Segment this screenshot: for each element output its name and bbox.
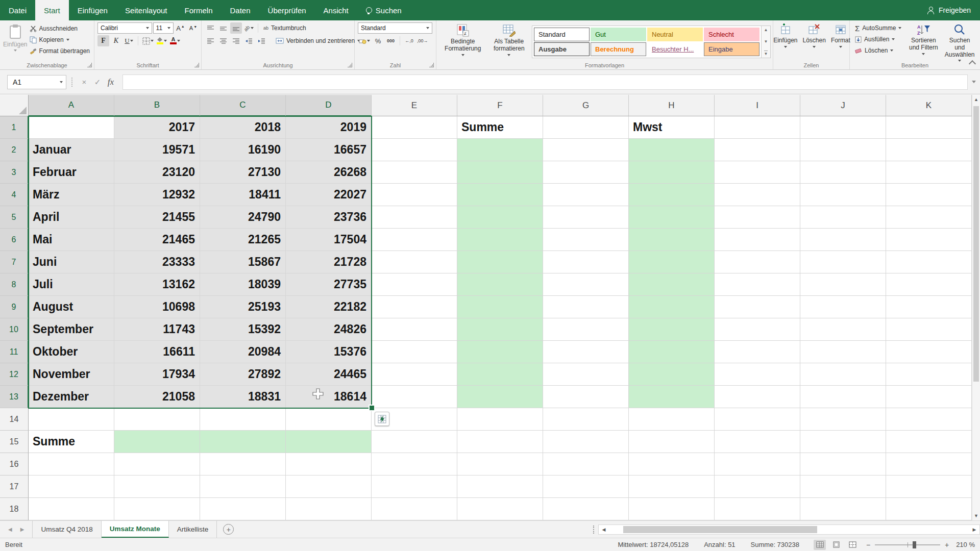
row-header-9[interactable]: 9 bbox=[0, 296, 29, 318]
grow-font-button[interactable]: A▲ bbox=[175, 22, 186, 34]
cell-C11[interactable]: 20984 bbox=[200, 341, 286, 363]
cell-K10[interactable] bbox=[886, 318, 972, 341]
cell-K8[interactable] bbox=[886, 273, 972, 296]
scroll-left-icon[interactable]: ◀ bbox=[599, 527, 609, 532]
column-header-J[interactable]: J bbox=[800, 95, 886, 116]
cell-H3[interactable] bbox=[629, 161, 715, 184]
cell-E7[interactable] bbox=[372, 251, 457, 273]
cell-K4[interactable] bbox=[886, 184, 972, 206]
cell-I7[interactable] bbox=[715, 251, 800, 273]
cell-F14[interactable] bbox=[457, 408, 543, 431]
cell-I17[interactable] bbox=[715, 475, 800, 498]
name-box-dropdown-icon[interactable] bbox=[60, 81, 63, 83]
sort-filter-button[interactable]: AZ Sortieren und Filtern bbox=[905, 22, 941, 61]
cell-D6[interactable]: 17504 bbox=[286, 229, 372, 251]
cell-H5[interactable] bbox=[629, 206, 715, 229]
cell-E5[interactable] bbox=[372, 206, 457, 229]
cell-E6[interactable] bbox=[372, 229, 457, 251]
cell-A10[interactable]: September bbox=[29, 318, 114, 341]
number-format-combo[interactable]: Standard bbox=[358, 22, 432, 34]
cell-I16[interactable] bbox=[715, 453, 800, 475]
zoom-level[interactable]: 210 % bbox=[952, 541, 975, 548]
cell-J15[interactable] bbox=[800, 431, 886, 453]
cell-C7[interactable]: 15867 bbox=[200, 251, 286, 273]
font-family-combo[interactable]: Calibri bbox=[97, 22, 152, 34]
cell-E18[interactable] bbox=[372, 498, 457, 520]
column-header-F[interactable]: F bbox=[457, 95, 543, 116]
cell-A4[interactable]: März bbox=[29, 184, 114, 206]
cell-K16[interactable] bbox=[886, 453, 972, 475]
cell-B4[interactable]: 12932 bbox=[114, 184, 200, 206]
cell-H11[interactable] bbox=[629, 341, 715, 363]
cell-F17[interactable] bbox=[457, 475, 543, 498]
fill-button[interactable]: Ausfüllen bbox=[853, 34, 903, 45]
cell-D9[interactable]: 22182 bbox=[286, 296, 372, 318]
cell-I13[interactable] bbox=[715, 386, 800, 408]
cell-C13[interactable]: 18831 bbox=[200, 386, 286, 408]
cell-E16[interactable] bbox=[372, 453, 457, 475]
cell-E10[interactable] bbox=[372, 318, 457, 341]
cell-K9[interactable] bbox=[886, 296, 972, 318]
column-header-A[interactable]: A bbox=[29, 95, 114, 116]
increase-indent-icon[interactable] bbox=[256, 35, 267, 46]
font-color-button[interactable]: A bbox=[169, 35, 181, 46]
cell-G5[interactable] bbox=[543, 206, 629, 229]
clear-button[interactable]: Löschen bbox=[853, 45, 903, 56]
cell-A2[interactable]: Januar bbox=[29, 139, 114, 161]
zoom-slider-thumb[interactable] bbox=[913, 541, 916, 548]
cell-J7[interactable] bbox=[800, 251, 886, 273]
ribbon-tab-seitenlayout[interactable]: Seitenlayout bbox=[116, 0, 176, 20]
cell-I4[interactable] bbox=[715, 184, 800, 206]
cell-G17[interactable] bbox=[543, 475, 629, 498]
page-break-view-button[interactable] bbox=[846, 540, 859, 550]
cell-C17[interactable] bbox=[200, 475, 286, 498]
cell-F7[interactable] bbox=[457, 251, 543, 273]
gallery-more-icon[interactable]: ▼ bbox=[764, 51, 768, 56]
comma-style-button[interactable]: 000 bbox=[385, 35, 397, 46]
cell-I3[interactable] bbox=[715, 161, 800, 184]
cell-B2[interactable]: 19571 bbox=[114, 139, 200, 161]
cell-K14[interactable] bbox=[886, 408, 972, 431]
zoom-in-icon[interactable]: + bbox=[944, 541, 949, 549]
cell-B11[interactable]: 16611 bbox=[114, 341, 200, 363]
cell-J2[interactable] bbox=[800, 139, 886, 161]
percent-style-button[interactable]: % bbox=[372, 35, 384, 46]
cell-H7[interactable] bbox=[629, 251, 715, 273]
cell-style-schlecht[interactable]: Schlecht bbox=[704, 28, 760, 41]
cell-C18[interactable] bbox=[200, 498, 286, 520]
alignment-dialog-launcher[interactable] bbox=[348, 63, 352, 67]
cell-H13[interactable] bbox=[629, 386, 715, 408]
cell-H1[interactable]: Mwst bbox=[629, 116, 715, 139]
cell-D5[interactable]: 23736 bbox=[286, 206, 372, 229]
cell-H4[interactable] bbox=[629, 184, 715, 206]
cell-F16[interactable] bbox=[457, 453, 543, 475]
cell-D7[interactable]: 21728 bbox=[286, 251, 372, 273]
ribbon-tab-überprüfen[interactable]: Überprüfen bbox=[259, 0, 315, 20]
row-header-10[interactable]: 10 bbox=[0, 318, 29, 341]
cell-A6[interactable]: Mai bbox=[29, 229, 114, 251]
cell-style-besuchter[interactable]: Besuchter H... bbox=[647, 42, 703, 56]
clipboard-dialog-launcher[interactable] bbox=[87, 63, 92, 67]
row-header-3[interactable]: 3 bbox=[0, 161, 29, 184]
cell-C2[interactable]: 16190 bbox=[200, 139, 286, 161]
cell-D1[interactable]: 2019 bbox=[286, 116, 372, 139]
cell-J9[interactable] bbox=[800, 296, 886, 318]
sheet-nav-right-icon[interactable]: ▶ bbox=[20, 527, 24, 532]
cell-K15[interactable] bbox=[886, 431, 972, 453]
cell-I14[interactable] bbox=[715, 408, 800, 431]
cell-H12[interactable] bbox=[629, 363, 715, 386]
cell-I1[interactable] bbox=[715, 116, 800, 139]
cell-B10[interactable]: 11743 bbox=[114, 318, 200, 341]
number-dialog-launcher[interactable] bbox=[429, 63, 434, 67]
cell-I2[interactable] bbox=[715, 139, 800, 161]
cell-C16[interactable] bbox=[200, 453, 286, 475]
zoom-out-icon[interactable]: − bbox=[866, 541, 871, 549]
paste-button[interactable]: Einfügen bbox=[3, 22, 28, 61]
cell-F4[interactable] bbox=[457, 184, 543, 206]
cell-A15[interactable]: Summe bbox=[29, 431, 114, 453]
cell-H14[interactable] bbox=[629, 408, 715, 431]
row-header-15[interactable]: 15 bbox=[0, 431, 29, 453]
sheet-tab-umsatz-monate[interactable]: Umsatz Monate bbox=[102, 521, 169, 538]
column-header-E[interactable]: E bbox=[372, 95, 457, 116]
cell-A7[interactable]: Juni bbox=[29, 251, 114, 273]
